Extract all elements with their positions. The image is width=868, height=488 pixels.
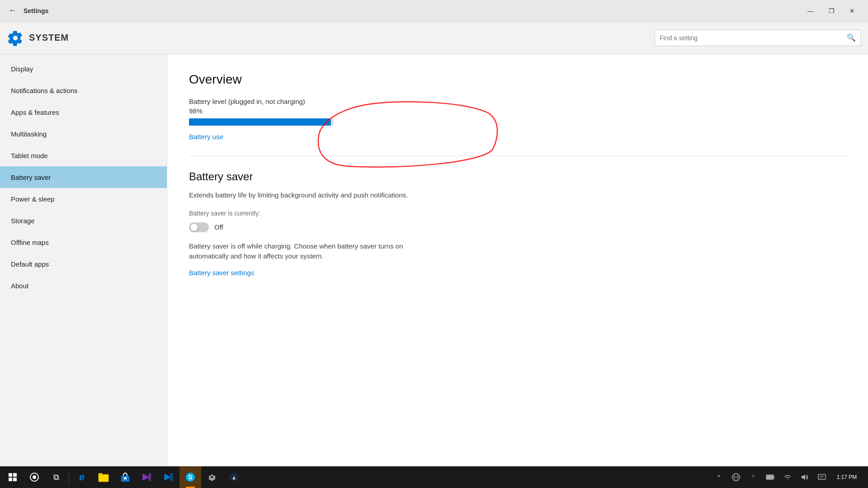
taskbar-app-visual-studio[interactable]	[136, 466, 158, 488]
tray-show-hidden[interactable]: ^	[711, 466, 727, 488]
svg-rect-22	[767, 475, 773, 479]
tray-wifi[interactable]	[779, 466, 796, 488]
tray-chevron[interactable]: ^	[745, 466, 761, 488]
task-view-button[interactable]: ⧉	[45, 466, 67, 488]
taskbar-apps: e	[71, 466, 711, 488]
svg-marker-12	[170, 473, 173, 482]
tray-volume[interactable]	[797, 466, 813, 488]
taskbar-app-vs-code[interactable]	[158, 466, 179, 488]
sidebar-item-power[interactable]: Power & sleep	[0, 188, 167, 210]
sidebar: Display Notifications & actions Apps & f…	[0, 54, 167, 466]
tray-globe[interactable]	[728, 466, 744, 488]
taskbar-app-skype[interactable]: S	[179, 466, 201, 488]
battery-saver-section: Battery saver Extends battery life by li…	[189, 170, 846, 277]
svg-rect-21	[774, 476, 774, 478]
clock-time: 1:17 PM	[837, 474, 857, 480]
title-bar: ← Settings — ❐ ✕	[0, 0, 868, 22]
window-title: Settings	[24, 7, 800, 14]
battery-percentage: 98%	[189, 107, 846, 115]
minimize-button[interactable]: —	[800, 4, 821, 18]
search-input[interactable]	[660, 34, 847, 42]
svg-rect-24	[818, 474, 826, 479]
svg-rect-8	[124, 477, 127, 479]
window-controls: — ❐ ✕	[800, 4, 863, 18]
battery-saver-settings-link[interactable]: Battery saver settings	[189, 269, 254, 277]
back-button[interactable]: ←	[5, 4, 20, 18]
taskbar-app-steam[interactable]: ♟	[223, 466, 245, 488]
overview-title: Overview	[189, 72, 846, 87]
overview-section: Overview Battery level (plugged in, not …	[189, 72, 846, 141]
sidebar-item-tablet[interactable]: Tablet mode	[0, 145, 167, 166]
sidebar-item-default-apps[interactable]: Default apps	[0, 253, 167, 275]
battery-saver-description: Extends battery life by limiting backgro…	[189, 190, 846, 201]
svg-rect-3	[13, 478, 17, 481]
battery-bar-fill	[189, 118, 331, 126]
svg-marker-11	[165, 474, 170, 480]
taskbar-app-store[interactable]	[114, 466, 136, 488]
battery-bar-background	[189, 118, 334, 126]
tray-notification[interactable]	[814, 466, 830, 488]
sidebar-item-battery[interactable]: Battery saver	[0, 166, 167, 188]
battery-saver-note: Battery saver is off while charging. Cho…	[189, 241, 424, 262]
sidebar-item-display[interactable]: Display	[0, 58, 167, 80]
content-area: Overview Battery level (plugged in, not …	[167, 54, 868, 466]
sidebar-item-storage[interactable]: Storage	[0, 210, 167, 231]
close-button[interactable]: ✕	[842, 4, 863, 18]
svg-rect-2	[9, 478, 12, 481]
main-area: Display Notifications & actions Apps & f…	[0, 54, 868, 466]
taskbar-app-settings[interactable]	[201, 466, 223, 488]
section-divider	[189, 155, 846, 156]
app-title: SYSTEM	[29, 33, 655, 43]
toggle-row: Off	[189, 222, 846, 232]
tray-battery[interactable]	[762, 466, 778, 488]
cortana-button[interactable]	[24, 466, 45, 488]
gear-icon	[7, 30, 24, 46]
svg-rect-1	[13, 473, 17, 477]
battery-level-label: Battery level (plugged in, not charging)	[189, 98, 846, 105]
sidebar-item-multitasking[interactable]: Multitasking	[0, 123, 167, 145]
svg-marker-9	[143, 474, 148, 480]
svg-marker-10	[148, 473, 151, 482]
toggle-state-label: Off	[214, 223, 223, 231]
restore-button[interactable]: ❐	[821, 4, 842, 18]
battery-use-link[interactable]: Battery use	[189, 133, 223, 141]
svg-marker-23	[802, 474, 805, 480]
svg-text:S: S	[188, 474, 192, 481]
sidebar-item-apps[interactable]: Apps & features	[0, 101, 167, 123]
search-icon: 🔍	[847, 33, 856, 42]
start-button[interactable]	[2, 466, 24, 488]
app-header: SYSTEM 🔍	[0, 22, 868, 54]
taskbar-app-edge[interactable]: e	[71, 466, 93, 488]
svg-point-5	[33, 475, 36, 479]
taskbar-separator	[69, 470, 69, 484]
battery-saver-toggle[interactable]	[189, 222, 209, 232]
taskbar: ⧉ e	[0, 466, 868, 488]
sidebar-item-notifications[interactable]: Notifications & actions	[0, 80, 167, 101]
sidebar-item-offline-maps[interactable]: Offline maps	[0, 231, 167, 253]
search-box[interactable]: 🔍	[655, 30, 861, 46]
taskbar-app-file-explorer[interactable]	[93, 466, 114, 488]
svg-text:♟: ♟	[232, 475, 236, 480]
taskbar-tray: ^ ^	[711, 466, 866, 488]
sidebar-item-about[interactable]: About	[0, 275, 167, 296]
taskbar-clock[interactable]: 1:17 PM	[831, 466, 863, 488]
battery-saver-title: Battery saver	[189, 170, 846, 183]
toggle-knob	[190, 224, 198, 231]
battery-saver-status-label: Battery saver is currently:	[189, 210, 846, 217]
svg-rect-0	[9, 473, 12, 477]
